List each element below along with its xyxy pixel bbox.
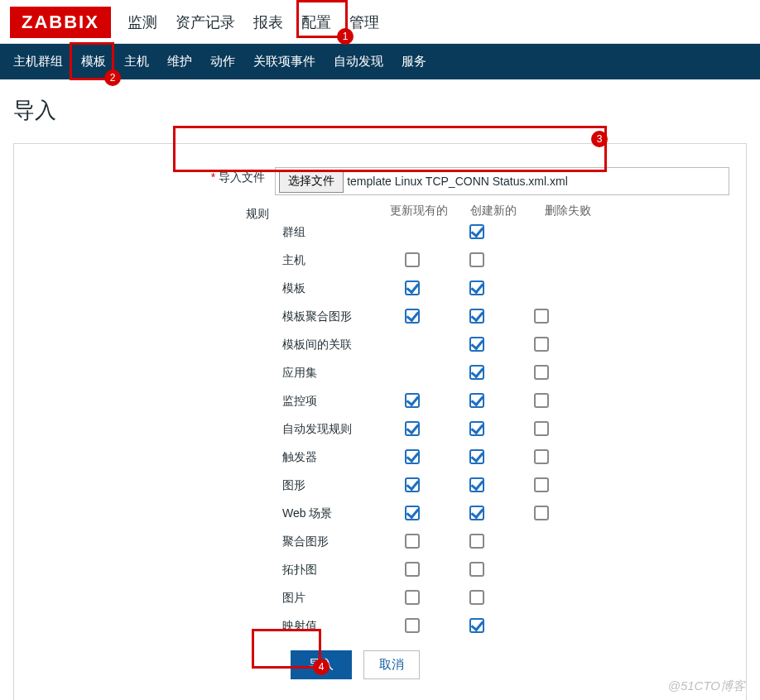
rule-checkbox[interactable] [534,365,549,380]
top-bar: ZABBIX 监测 资产记录 报表 配置 管理 [0,0,760,44]
rule-checkbox[interactable] [534,393,549,408]
rule-checkbox-cell [445,590,509,607]
rule-checkbox[interactable] [405,562,420,577]
rules-header-update: 更新现有的 [387,204,451,218]
rule-checkbox[interactable] [469,506,484,520]
choose-file-button[interactable]: 选择文件 [279,170,344,193]
rule-checkbox[interactable] [534,506,549,520]
rule-checkbox[interactable] [469,365,484,380]
rule-row: 模板聚合图形 [279,303,600,331]
rule-checkbox[interactable] [469,562,484,577]
rule-checkbox[interactable] [469,590,484,605]
rule-checkbox[interactable] [534,337,549,352]
rule-label: 映射值 [279,619,380,634]
rule-label: 模板聚合图形 [279,309,380,324]
rule-label: 监控项 [279,394,380,409]
rule-checkbox[interactable] [469,224,484,239]
rule-row: 聚合图形 [279,528,600,556]
rule-checkbox-cell [445,224,509,242]
rule-checkbox[interactable] [534,477,549,492]
rule-checkbox[interactable] [405,477,420,492]
rule-checkbox[interactable] [469,421,484,436]
rule-checkbox-cell [509,393,574,410]
menu-inventory[interactable]: 资产记录 [176,12,235,32]
import-button[interactable]: 导入 [291,650,352,679]
rule-checkbox-cell [445,449,509,467]
rule-label: 自动发现规则 [279,422,380,437]
rule-label: 群组 [279,225,380,240]
rule-checkbox-cell [380,477,445,495]
rule-checkbox-cell [445,365,509,382]
submenu-hosts[interactable]: 主机 [124,54,149,70]
import-form: 导入文件 选择文件 template Linux TCP_CONN Status… [13,143,747,700]
rules-label: 规则 [31,204,279,640]
rule-checkbox-cell [445,421,509,439]
submenu-maintenance[interactable]: 维护 [167,54,192,70]
rule-checkbox[interactable] [534,309,549,324]
rule-checkbox-cell [509,506,574,523]
rule-label: 主机 [279,253,380,268]
menu-reports[interactable]: 报表 [253,12,283,32]
submenu-host-groups[interactable]: 主机群组 [13,54,63,70]
rule-checkbox[interactable] [469,252,484,267]
rule-row: 模板 [279,275,600,303]
rule-checkbox[interactable] [469,393,484,408]
rule-checkbox[interactable] [534,421,549,436]
menu-configuration[interactable]: 配置 [301,12,331,32]
rule-checkbox-cell [380,618,445,635]
rules-section: 规则 更新现有的 创建新的 删除失败 群组主机模板模板聚合图形模板间的关联应用集… [31,204,729,640]
submenu-event-correlation[interactable]: 关联项事件 [253,54,315,70]
rule-checkbox-cell [509,421,574,439]
page-title: 导入 [0,79,760,135]
rule-checkbox[interactable] [469,309,484,324]
rule-checkbox[interactable] [405,393,420,408]
rule-label: 触发器 [279,450,380,465]
rule-row: 拓扑图 [279,556,600,584]
rule-checkbox-cell [445,337,509,354]
submenu-templates[interactable]: 模板 [81,54,106,70]
rule-row: 群组 [279,218,600,247]
rule-checkbox-cell [380,280,445,298]
rule-checkbox[interactable] [469,337,484,352]
rule-checkbox-cell [380,506,445,523]
rule-checkbox[interactable] [469,618,484,633]
rule-row: 模板间的关联 [279,331,600,359]
rule-checkbox[interactable] [405,252,420,267]
rule-checkbox[interactable] [405,309,420,324]
file-row: 导入文件 选择文件 template Linux TCP_CONN Status… [31,167,729,195]
rule-checkbox-cell [380,309,445,326]
rule-checkbox[interactable] [405,449,420,464]
rules-header-delete: 删除失败 [536,204,600,218]
submenu-actions[interactable]: 动作 [210,54,235,70]
rule-checkbox[interactable] [405,506,420,520]
rule-checkbox-cell [380,393,445,410]
rule-checkbox[interactable] [405,618,420,633]
rule-checkbox-cell [509,449,574,467]
file-input[interactable]: 选择文件 template Linux TCP_CONN Status.xml.… [275,167,729,195]
rule-label: 拓扑图 [279,563,380,578]
rule-checkbox[interactable] [469,477,484,492]
rule-checkbox[interactable] [405,534,420,549]
submenu-discovery[interactable]: 自动发现 [334,54,383,70]
rule-checkbox-cell [380,252,445,270]
submenu-services[interactable]: 服务 [402,54,426,70]
menu-administration[interactable]: 管理 [349,12,379,32]
rule-label: 图形 [279,478,380,493]
rule-label: 模板 [279,281,380,296]
menu-monitoring[interactable]: 监测 [127,12,157,32]
rule-checkbox[interactable] [534,449,549,464]
rule-checkbox[interactable] [405,421,420,436]
rule-checkbox[interactable] [469,534,484,549]
rule-checkbox[interactable] [405,590,420,605]
rule-row: 主机 [279,247,600,275]
rules-header: 更新现有的 创建新的 删除失败 [387,204,600,218]
rule-checkbox[interactable] [469,280,484,295]
rule-checkbox-cell [380,534,445,551]
rule-checkbox-cell [380,562,445,579]
cancel-button[interactable]: 取消 [363,650,420,679]
rule-checkbox-cell [380,590,445,607]
rule-checkbox[interactable] [469,449,484,464]
rule-checkbox-cell [445,534,509,551]
rule-checkbox[interactable] [405,280,420,295]
rule-checkbox-cell [445,280,509,298]
